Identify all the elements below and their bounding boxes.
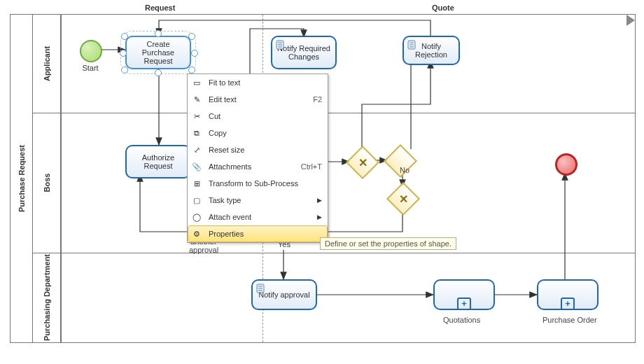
end-event[interactable]: [555, 153, 578, 176]
gateway-2[interactable]: ✕: [346, 146, 379, 179]
task-create-purchase-request[interactable]: Create Purchase Request: [125, 36, 191, 69]
flow-label-no: No: [400, 166, 410, 174]
menu-transform-subprocess[interactable]: ⊞Transform to Sub-Process: [188, 175, 328, 192]
task-notify-approval[interactable]: Notify approval: [251, 279, 317, 310]
task-authorize-request[interactable]: Authorize Request: [125, 145, 191, 178]
event-icon: ◯: [190, 213, 203, 222]
script-icon: [276, 40, 284, 50]
script-icon: [407, 40, 416, 50]
task-purchase-order-label: Purchase Order: [542, 316, 597, 324]
chevron-right-icon: ▶: [317, 197, 322, 204]
phase-quote: Quote: [432, 4, 454, 12]
task-icon: ▢: [190, 196, 203, 205]
subprocess-icon: +: [457, 298, 471, 310]
gateway-3[interactable]: ✕: [386, 182, 420, 216]
fit-icon: ▭: [190, 78, 203, 88]
task-notify-required-changes[interactable]: Notify Required Changes: [271, 36, 337, 69]
phase-request: Request: [145, 4, 175, 12]
task-purchase-order[interactable]: +: [537, 279, 598, 310]
attach-icon: 📎: [190, 162, 203, 172]
task-quotations-label: Quotations: [443, 316, 480, 324]
task-quotations[interactable]: +: [433, 279, 495, 310]
properties-tooltip: Define or set the properties of shape.: [320, 237, 456, 250]
menu-attach-event[interactable]: ◯Attach event▶: [188, 209, 328, 225]
menu-attachments[interactable]: 📎AttachmentsCtrl+T: [188, 158, 328, 175]
chevron-right-icon: ▶: [317, 214, 322, 220]
chevron-icon: [626, 15, 635, 26]
pool-label: Purchase Request: [10, 14, 33, 343]
script-icon: [256, 284, 265, 293]
menu-cut[interactable]: ✂Cut: [188, 108, 328, 125]
menu-reset-size[interactable]: ⤢Reset size: [188, 141, 328, 158]
cut-icon: ✂: [190, 112, 203, 121]
start-label: Start: [76, 64, 104, 72]
menu-properties[interactable]: ⚙Properties: [188, 225, 328, 242]
subprocess-menu-icon: ⊞: [190, 179, 203, 188]
menu-task-type[interactable]: ▢Task type▶: [188, 192, 328, 209]
subprocess-icon: +: [561, 298, 575, 310]
canvas[interactable]: Request Quote: [60, 14, 636, 343]
gear-icon: ⚙: [190, 230, 203, 239]
reset-icon: ⤢: [190, 146, 203, 155]
edit-icon: ✎: [190, 95, 203, 104]
menu-edit-text[interactable]: ✎Edit textF2: [188, 91, 328, 108]
lane-labels: Applicant Boss Purchasing Department: [32, 14, 62, 343]
menu-copy[interactable]: ⧉Copy: [188, 125, 328, 141]
context-menu: ▭Fit to text ✎Edit textF2 ✂Cut ⧉Copy ⤢Re…: [187, 74, 328, 243]
copy-icon: ⧉: [190, 129, 203, 138]
start-event[interactable]: [80, 40, 102, 62]
menu-fit-to-text[interactable]: ▭Fit to text: [188, 74, 328, 91]
task-notify-rejection[interactable]: Notify Rejection: [402, 36, 460, 65]
